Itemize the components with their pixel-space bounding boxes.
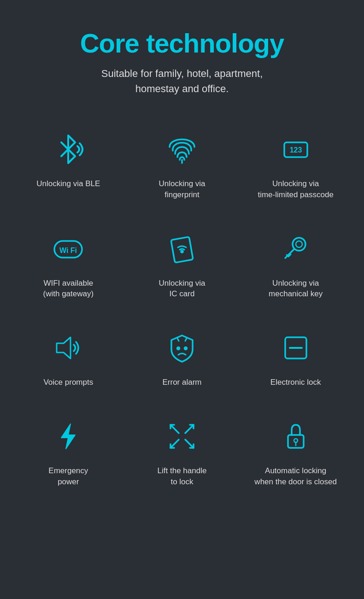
feature-emergency: Emergencypower — [12, 406, 125, 492]
alarm-label: Error alarm — [162, 377, 201, 388]
svg-line-23 — [185, 440, 194, 448]
handle-label: Lift the handleto lock — [158, 465, 207, 487]
svg-line-15 — [177, 338, 179, 341]
key-label: Unlocking viamechanical key — [269, 278, 323, 300]
handle-icon — [161, 416, 203, 457]
electronic-icon — [275, 327, 317, 369]
passcode-icon: 123 — [275, 129, 317, 170]
feature-ble: Unlocking via BLE — [12, 119, 125, 205]
page-title: Core technology — [80, 28, 284, 59]
wifi-label: WIFI available(with gateway) — [43, 278, 94, 300]
ic-card-label: Unlocking viaIC card — [159, 278, 205, 300]
svg-rect-5 — [171, 237, 193, 263]
ble-label: Unlocking via BLE — [36, 178, 100, 189]
svg-line-21 — [185, 425, 194, 433]
svg-marker-12 — [57, 337, 70, 358]
wifi-icon: Wi Fi — [47, 228, 89, 270]
svg-line-22 — [170, 440, 179, 448]
auto-lock-label: Automatic lockingwhen the door is closed — [254, 465, 337, 487]
svg-text:123: 123 — [289, 146, 302, 154]
svg-text:Wi Fi: Wi Fi — [59, 247, 77, 254]
feature-ic-card: Unlocking viaIC card — [125, 219, 239, 305]
ic-card-icon — [161, 228, 203, 270]
emergency-icon — [47, 416, 89, 457]
svg-marker-19 — [61, 424, 75, 449]
feature-wifi: Wi Fi WIFI available(with gateway) — [12, 219, 125, 305]
feature-passcode: 123 Unlocking viatime-limited passcode — [239, 119, 352, 205]
svg-point-14 — [184, 347, 187, 350]
fingerprint-icon — [161, 129, 203, 170]
key-icon — [275, 228, 317, 270]
feature-fingerprint: Unlocking viafingerprint — [125, 119, 239, 205]
voice-icon — [47, 327, 89, 369]
auto-lock-icon — [275, 416, 317, 457]
feature-voice: Voice prompts — [12, 318, 125, 393]
emergency-label: Emergencypower — [48, 465, 88, 487]
svg-point-8 — [296, 241, 302, 247]
svg-point-6 — [181, 250, 183, 253]
alarm-icon — [161, 327, 203, 369]
fingerprint-label: Unlocking viafingerprint — [159, 178, 205, 200]
svg-point-13 — [177, 347, 180, 350]
feature-handle: Lift the handleto lock — [125, 406, 239, 492]
electronic-label: Electronic lock — [270, 377, 321, 388]
feature-key: Unlocking viamechanical key — [239, 219, 352, 305]
page-subtitle: Suitable for family, hotel, apartment,ho… — [80, 66, 284, 96]
svg-line-16 — [185, 338, 187, 341]
passcode-label: Unlocking viatime-limited passcode — [258, 178, 333, 200]
feature-electronic: Electronic lock — [239, 318, 352, 393]
svg-line-9 — [285, 249, 294, 258]
svg-line-20 — [170, 425, 179, 433]
features-grid: Unlocking via BLE Unlocking viafingerpri… — [12, 119, 352, 492]
voice-label: Voice prompts — [43, 377, 93, 388]
feature-alarm: Error alarm — [125, 318, 239, 393]
feature-auto-lock: Automatic lockingwhen the door is closed — [239, 406, 352, 492]
page-header: Core technology Suitable for family, hot… — [80, 28, 284, 96]
ble-icon — [47, 129, 89, 170]
